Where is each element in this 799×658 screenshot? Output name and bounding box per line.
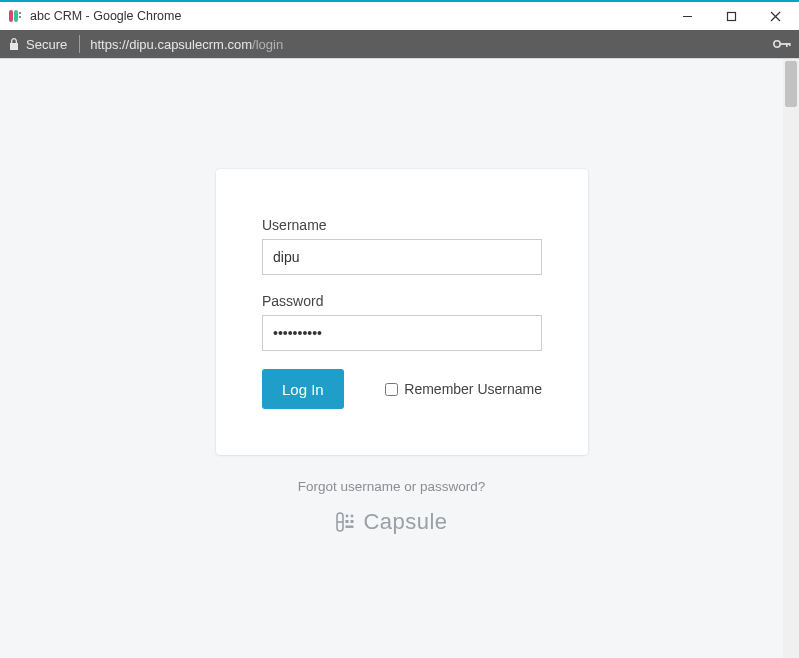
svg-rect-2	[19, 12, 21, 14]
brand-logo: Capsule	[0, 509, 783, 535]
key-icon[interactable]	[773, 38, 791, 50]
scrollbar[interactable]	[783, 59, 799, 658]
svg-rect-17	[351, 520, 354, 523]
svg-rect-5	[727, 12, 735, 20]
url-path: /login	[252, 37, 283, 52]
svg-rect-1	[14, 10, 18, 22]
window-title: abc CRM - Google Chrome	[30, 9, 181, 23]
brand-text: Capsule	[363, 509, 447, 535]
window-minimize-button[interactable]	[665, 2, 709, 30]
page-content: Username Password Log In Remember Userna…	[0, 58, 799, 658]
svg-rect-9	[780, 43, 790, 45]
url-text: https://dipu.capsulecrm.com/login	[90, 37, 283, 52]
window-maximize-button[interactable]	[709, 2, 753, 30]
login-button[interactable]: Log In	[262, 369, 344, 409]
svg-rect-3	[19, 16, 21, 18]
svg-point-8	[774, 41, 780, 47]
app-icon	[8, 8, 24, 24]
lock-icon	[8, 37, 20, 51]
window-titlebar: abc CRM - Google Chrome	[0, 2, 799, 30]
remember-username[interactable]: Remember Username	[385, 381, 542, 397]
remember-label: Remember Username	[404, 381, 542, 397]
window-close-button[interactable]	[753, 2, 797, 30]
svg-point-15	[351, 515, 354, 518]
svg-rect-11	[789, 43, 791, 46]
divider	[79, 35, 80, 53]
svg-rect-16	[346, 520, 349, 523]
svg-point-14	[346, 515, 349, 518]
remember-checkbox[interactable]	[385, 383, 398, 396]
svg-rect-0	[9, 10, 13, 22]
capsule-icon	[335, 511, 357, 533]
svg-rect-18	[346, 526, 354, 528]
scrollbar-thumb[interactable]	[785, 61, 797, 107]
svg-rect-10	[786, 43, 788, 47]
forgot-link[interactable]: Forgot username or password?	[0, 479, 783, 494]
url-host: https://dipu.capsulecrm.com	[90, 37, 252, 52]
password-input[interactable]	[262, 315, 542, 351]
address-bar[interactable]: Secure https://dipu.capsulecrm.com/login	[0, 30, 799, 58]
secure-label: Secure	[26, 37, 67, 52]
login-card: Username Password Log In Remember Userna…	[216, 169, 588, 455]
password-label: Password	[262, 293, 542, 309]
username-input[interactable]	[262, 239, 542, 275]
username-label: Username	[262, 217, 542, 233]
